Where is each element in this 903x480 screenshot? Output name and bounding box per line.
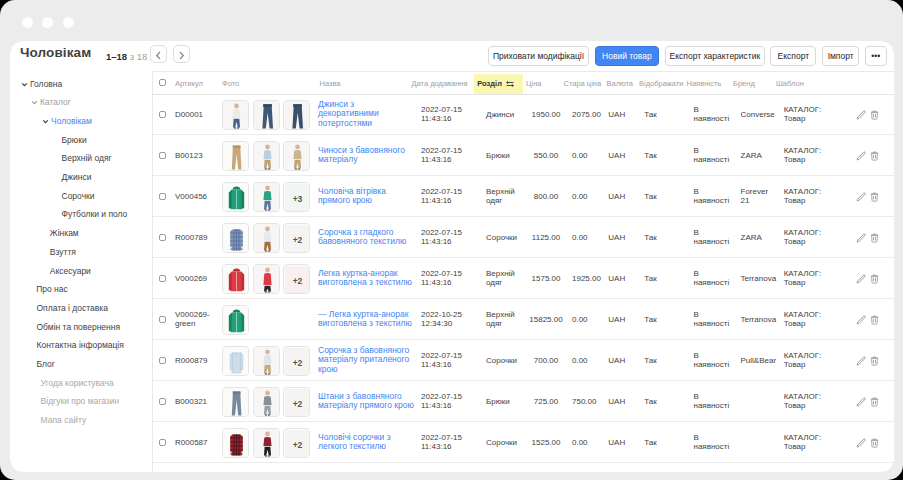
svg-text:+2: +2 [293,234,303,244]
svg-text:+2: +2 [293,398,303,408]
svg-text:+3: +3 [293,193,303,203]
svg-text:+2: +2 [293,275,303,285]
svg-text:+2: +2 [293,357,303,367]
svg-text:+2: +2 [293,439,303,449]
